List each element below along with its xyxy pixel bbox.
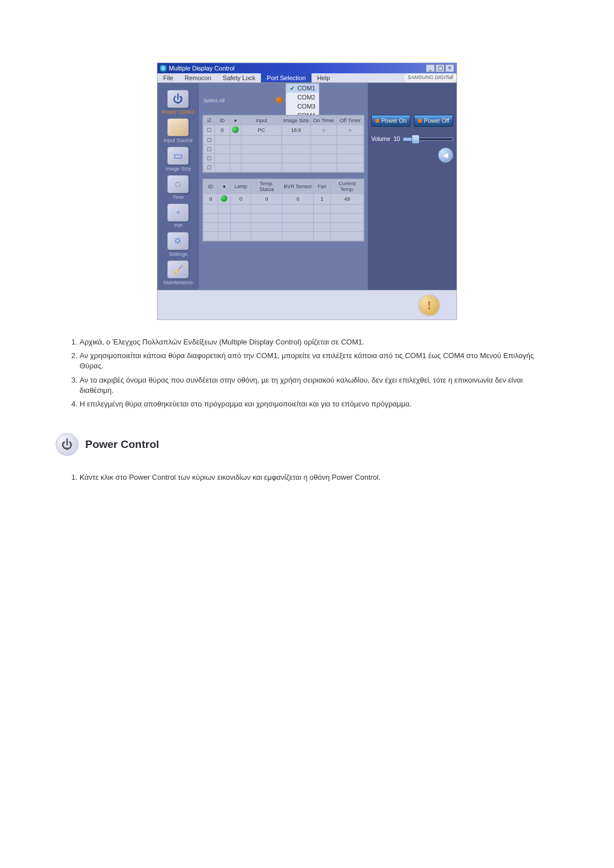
col-lamp: Lamp xyxy=(230,180,251,194)
port-option-com2[interactable]: COM2 xyxy=(286,93,319,102)
col-status-icon: ● xyxy=(230,116,241,125)
menu-safety-lock[interactable]: Safety Lock xyxy=(217,73,261,82)
volume-slider[interactable] xyxy=(403,138,453,141)
steps-list: Κάντε κλικ στο Power Control των κύριων … xyxy=(67,473,551,481)
col-checkbox[interactable]: ☑ xyxy=(203,116,214,125)
list-item: Η επιλεγμένη θύρα αποθηκεύεται στο πρόγρ… xyxy=(80,399,551,409)
mdc-screenshot: Multiple Display Control _ ▢ × File Remo… xyxy=(157,63,457,320)
table-row[interactable] xyxy=(203,205,363,214)
input-icon xyxy=(167,118,189,136)
power-icon xyxy=(167,90,189,108)
right-panel: Power On Power Off Volume 10 xyxy=(368,83,457,290)
sidebar-item-time[interactable]: Time xyxy=(167,175,189,200)
app-window: Multiple Display Control _ ▢ × File Remo… xyxy=(157,63,457,319)
table-row[interactable]: ☐ 0 PC 16:9 ○ ○ xyxy=(203,125,363,136)
sidebar-label: Time xyxy=(173,194,184,200)
menu-port-selection[interactable]: Port Selection xyxy=(261,73,311,82)
sidebar-item-power-control[interactable]: Power Control xyxy=(162,90,194,115)
port-option-com3[interactable]: COM3 xyxy=(286,102,319,111)
power-off-button[interactable]: Power Off xyxy=(414,115,453,127)
bottom-strip: ! xyxy=(157,290,457,319)
image-size-icon xyxy=(167,147,189,165)
notes-block: Αρχικά, ο Έλεγχος Πολλαπλών Ενδείξεων (M… xyxy=(45,337,569,481)
col-brt-sensor: BVR Sensor xyxy=(282,180,313,194)
maintenance-icon xyxy=(167,260,189,279)
table-row[interactable] xyxy=(203,232,363,241)
table-row[interactable]: ☐ xyxy=(203,145,363,154)
maximize-button[interactable]: ▢ xyxy=(435,64,445,72)
col-input: Input xyxy=(241,116,281,125)
settings-icon xyxy=(167,232,189,250)
list-item: Κάντε κλικ στο Power Control των κύριων … xyxy=(80,473,551,481)
titlebar: Multiple Display Control _ ▢ × xyxy=(157,63,457,73)
table-row[interactable]: ☐ xyxy=(203,163,363,172)
sidebar: Power Control Input Source Image Size Ti… xyxy=(157,83,199,290)
port-option-com1[interactable]: ✔ COM1 xyxy=(286,84,319,93)
minimize-button[interactable]: _ xyxy=(426,64,435,72)
table-row[interactable] xyxy=(203,214,363,223)
busy-dot-icon xyxy=(276,97,283,103)
window-buttons: _ ▢ × xyxy=(426,64,454,72)
select-all-button[interactable]: Select All xyxy=(204,98,225,103)
sidebar-item-maintenance[interactable]: Maintenance xyxy=(164,260,193,285)
volume-label: Volume xyxy=(371,136,390,142)
menu-help[interactable]: Help xyxy=(312,73,336,82)
status-led-icon xyxy=(221,195,227,202)
col-status-icon: ● xyxy=(218,180,230,194)
sidebar-label: Settings xyxy=(169,251,188,257)
checkmark-icon: ✔ xyxy=(289,85,295,91)
sidebar-item-pip[interactable]: PIP xyxy=(167,203,189,229)
content-area: Select All Busy ✔ COM1 COM2 COM3 COM4 xyxy=(199,83,368,290)
info-icon: ! xyxy=(419,295,439,315)
power-dot-icon xyxy=(375,119,379,123)
sidebar-label: Image Size xyxy=(165,166,191,172)
table-row[interactable]: ☐ xyxy=(203,154,363,163)
list-item: Αν το ακριβές όνομα θύρας που συνδέεται … xyxy=(80,375,551,396)
col-fan: Fan xyxy=(313,180,330,194)
power-on-button[interactable]: Power On xyxy=(371,115,410,127)
col-temp-status: Temp. Status xyxy=(251,180,282,194)
list-item: Αρχικά, ο Έλεγχος Πολλαπλών Ενδείξεων (M… xyxy=(80,337,551,347)
col-id: ID xyxy=(215,116,230,125)
menubar: File Remocon Safety Lock Port Selection … xyxy=(157,73,457,83)
col-current-temp: Current Temp. xyxy=(330,180,363,194)
volume-value: 10 xyxy=(393,136,400,142)
app-icon xyxy=(160,65,167,72)
table-row[interactable]: 0 0 0 0 1 49 xyxy=(203,194,363,205)
sidebar-label: Power Control xyxy=(162,109,194,115)
table-row[interactable]: ☐ xyxy=(203,136,363,145)
section-heading: ⏻ Power Control xyxy=(56,433,551,456)
power-control-section-icon: ⏻ xyxy=(56,433,78,456)
col-off-timer: Off Timer xyxy=(337,116,364,125)
close-button[interactable]: × xyxy=(445,64,454,72)
notes-list: Αρχικά, ο Έλεγχος Πολλαπλών Ενδείξεων (M… xyxy=(67,337,551,409)
col-id: ID xyxy=(203,180,218,194)
sidebar-label: Maintenance xyxy=(164,280,193,285)
sidebar-label: PIP xyxy=(174,223,182,229)
col-on-timer: On Timer xyxy=(310,116,337,125)
mute-button[interactable]: ◀ xyxy=(438,148,453,163)
table-row[interactable] xyxy=(203,223,363,232)
menu-remocon[interactable]: Remocon xyxy=(179,73,217,82)
display-grid: ☑ ID ● Input Image Size On Timer Off Tim… xyxy=(202,115,364,173)
volume-row: Volume 10 xyxy=(371,136,453,142)
section-title: Power Control xyxy=(85,438,159,451)
volume-thumb[interactable] xyxy=(412,135,420,144)
time-icon xyxy=(167,175,189,193)
status-led-icon xyxy=(232,126,239,133)
status-grid: ID ● Lamp Temp. Status BVR Sensor Fan Cu… xyxy=(202,178,364,242)
list-item: Αν χρησιμοποιείται κάποια θύρα διαφορετι… xyxy=(80,351,551,371)
col-image-size: Image Size xyxy=(281,116,310,125)
sidebar-item-settings[interactable]: Settings xyxy=(167,232,189,257)
sidebar-item-image-size[interactable]: Image Size xyxy=(165,147,191,172)
pip-icon xyxy=(167,203,189,222)
menu-file[interactable]: File xyxy=(157,73,179,82)
sidebar-label: Input Source xyxy=(164,138,193,143)
brand-label: SAMSUNG DIGITall xyxy=(404,73,457,82)
sidebar-item-input-source[interactable]: Input Source xyxy=(164,118,193,143)
window-title: Multiple Display Control xyxy=(169,65,235,72)
power-dot-icon xyxy=(418,119,422,123)
